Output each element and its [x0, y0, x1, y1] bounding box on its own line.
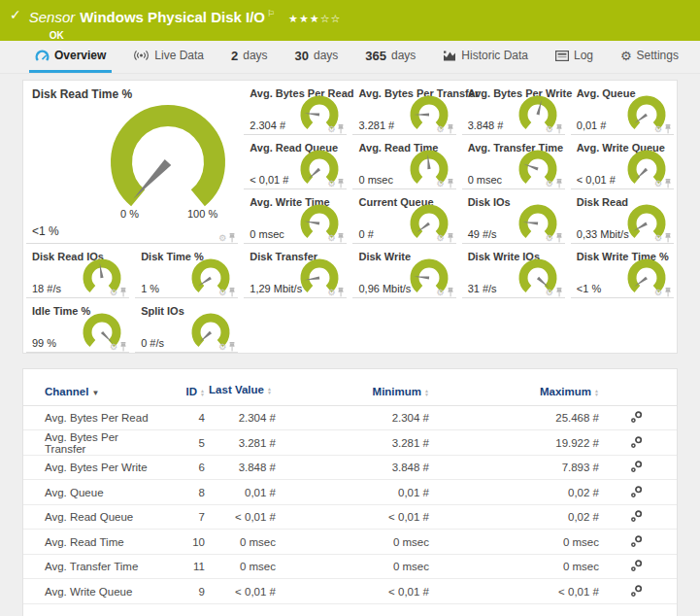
gauge-settings-gear-icon[interactable]: ⚙ [437, 125, 445, 134]
pin-icon[interactable] [664, 288, 672, 297]
gauge-cell-actions: ⚙ [546, 124, 563, 134]
gauge-settings-gear-icon[interactable]: ⚙ [218, 234, 226, 243]
pin-icon[interactable] [337, 124, 345, 134]
edit-channel-icon[interactable] [630, 534, 644, 548]
pin-icon[interactable] [447, 288, 454, 297]
table-row: Avg. Write Queue9< 0,01 #< 0,01 #< 0,01 … [23, 579, 677, 604]
edit-channel-icon[interactable] [630, 435, 644, 449]
tab-settings[interactable]: ⚙Settings [615, 41, 684, 73]
tab-label: Overview [54, 49, 106, 62]
channel-actions-cell [599, 485, 677, 500]
gauge-settings-gear-icon[interactable]: ⚙ [110, 289, 117, 297]
edit-channel-icon[interactable] [630, 410, 644, 424]
channel-name[interactable]: Avg. Bytes Per Read [23, 412, 159, 424]
edit-channel-icon[interactable] [630, 584, 644, 598]
gauge-settings-gear-icon[interactable]: ⚙ [327, 289, 335, 297]
column-header-channel[interactable]: Channel▼ [23, 386, 159, 397]
column-header-maximum[interactable]: Maximum▲▼ [429, 386, 599, 397]
gauge-settings-gear-icon[interactable]: ⚙ [437, 180, 445, 188]
pin-icon[interactable] [228, 288, 236, 297]
gauge-settings-gear-icon[interactable]: ⚙ [654, 180, 662, 188]
gauge-value: 0 msec [358, 174, 392, 186]
pin-icon[interactable] [555, 288, 563, 297]
channel-minimum: < 0,01 # [276, 586, 429, 598]
tab-overview[interactable]: Overview [29, 41, 112, 73]
pin-icon[interactable] [447, 124, 454, 134]
column-label: ID [186, 386, 198, 397]
gauge-settings-gear-icon[interactable]: ⚙ [327, 125, 335, 134]
gauge-settings-gear-icon[interactable]: ⚙ [437, 234, 445, 243]
column-label: Channel [45, 386, 88, 397]
pin-icon[interactable] [447, 179, 454, 188]
gauge-cell-actions: ⚙ [327, 124, 345, 134]
tab-log[interactable]: Log [550, 41, 599, 73]
gauge-settings-gear-icon[interactable]: ⚙ [654, 234, 662, 243]
gauge-settings-gear-icon[interactable]: ⚙ [546, 234, 553, 243]
flag-icon[interactable]: ⚐ [267, 9, 275, 18]
pin-icon[interactable] [337, 179, 345, 188]
tab-historic-data[interactable]: Historic Data [437, 41, 534, 73]
pin-icon[interactable] [664, 233, 672, 243]
gauge-settings-gear-icon[interactable]: ⚙ [654, 289, 662, 297]
gauge-value: 31 #/s [468, 283, 497, 294]
gauge-cell-actions: ⚙ [654, 124, 672, 134]
tab-30-days[interactable]: 30days [289, 41, 345, 73]
pin-icon[interactable] [664, 179, 672, 188]
tab-label: days [314, 49, 338, 62]
pin-icon[interactable] [228, 342, 236, 352]
gauge-settings-gear-icon[interactable]: ⚙ [327, 180, 335, 188]
gauge-settings-gear-icon[interactable]: ⚙ [110, 343, 117, 352]
pin-icon[interactable] [119, 288, 127, 297]
gauge-settings-gear-icon[interactable]: ⚙ [437, 289, 445, 297]
gauge-cell-actions: ⚙ [437, 124, 454, 134]
pin-icon[interactable] [337, 288, 345, 297]
pin-icon[interactable] [664, 124, 672, 134]
edit-channel-icon[interactable] [630, 559, 644, 572]
gauge-settings-gear-icon[interactable]: ⚙ [546, 289, 553, 297]
pin-icon[interactable] [228, 233, 236, 243]
edit-channel-icon[interactable] [630, 509, 644, 523]
gauge-cell: Avg. Queue0,01 #⚙ [571, 81, 674, 135]
channel-name[interactable]: Avg. Bytes Per Write [23, 462, 159, 473]
edit-channel-icon[interactable] [630, 460, 644, 473]
gauge-value: 18 #/s [32, 283, 61, 294]
channel-last-value: 0 msec [205, 536, 276, 548]
tab-365-days[interactable]: 365days [359, 41, 421, 73]
gauge-settings-gear-icon[interactable]: ⚙ [546, 125, 553, 134]
edit-channel-icon[interactable] [630, 485, 644, 498]
column-header-minimum[interactable]: Minimum▲▼ [276, 386, 429, 397]
channel-table-header: Channel▼ID▲▼Last Value▲▼Minimum▲▼Maximum… [23, 369, 677, 406]
gauge-settings-gear-icon[interactable]: ⚙ [327, 234, 335, 243]
gauge-value: 3.848 # [468, 120, 504, 131]
channel-name[interactable]: Avg. Write Queue [23, 586, 159, 598]
pin-icon[interactable] [119, 342, 127, 352]
gauge-settings-gear-icon[interactable]: ⚙ [546, 180, 553, 188]
pin-icon[interactable] [447, 233, 454, 243]
gauge-cell: Idle Time %99 %⚙ [26, 298, 129, 353]
gauge-settings-gear-icon[interactable]: ⚙ [654, 125, 662, 134]
channel-name[interactable]: Avg. Read Time [23, 536, 159, 548]
pin-icon[interactable] [555, 233, 563, 243]
tab-label: days [391, 49, 416, 62]
tab-number: 30 [295, 49, 309, 63]
gauge-cell: Disk Transfer1,29 Mbit/s⚙ [244, 244, 347, 298]
tab-live-data[interactable]: Live Data [127, 41, 210, 73]
priority-stars[interactable]: ★★★☆☆ [288, 13, 341, 24]
channel-id: 5 [159, 437, 205, 449]
gauge-label: Disk Read [577, 196, 628, 208]
channel-name[interactable]: Avg. Transfer Time [23, 561, 159, 572]
channel-minimum: 2.304 # [276, 412, 429, 424]
column-header-id[interactable]: ID▲▼ [159, 386, 205, 397]
column-header-last-value[interactable]: Last Value▲▼ [205, 383, 276, 397]
channel-name[interactable]: Avg. Queue [23, 487, 159, 498]
gauge-cell-actions: ⚙ [437, 288, 454, 297]
gauge-settings-gear-icon[interactable]: ⚙ [218, 289, 226, 297]
tab-2-days[interactable]: 2days [225, 41, 274, 73]
gauge-settings-gear-icon[interactable]: ⚙ [218, 343, 226, 352]
pin-icon[interactable] [555, 124, 563, 134]
channel-name[interactable]: Avg. Bytes Per Transfer [23, 431, 159, 455]
pin-icon[interactable] [337, 233, 345, 243]
channel-name[interactable]: Avg. Read Queue [23, 511, 159, 523]
channel-last-value: < 0,01 # [205, 586, 276, 598]
pin-icon[interactable] [555, 179, 563, 188]
